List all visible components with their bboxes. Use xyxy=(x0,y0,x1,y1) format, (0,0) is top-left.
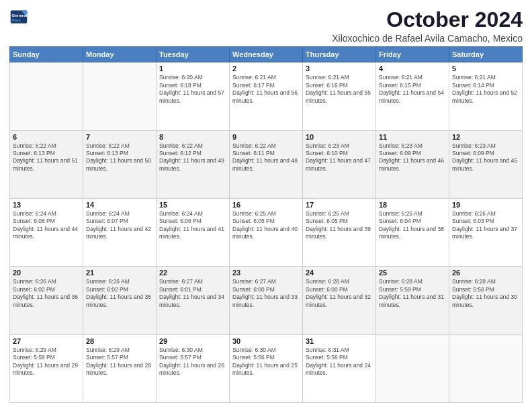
day-info: Sunrise: 6:26 AMSunset: 6:03 PMDaylight:… xyxy=(452,210,519,241)
day-info: Sunrise: 6:25 AMSunset: 6:05 PMDaylight:… xyxy=(232,210,300,241)
table-row xyxy=(83,62,157,130)
table-row xyxy=(449,334,523,402)
table-row: 1Sunrise: 6:20 AMSunset: 6:18 PMDaylight… xyxy=(157,62,230,130)
day-info: Sunrise: 6:25 AMSunset: 6:05 PMDaylight:… xyxy=(306,210,373,241)
day-number: 11 xyxy=(379,133,446,141)
day-info: Sunrise: 6:28 AMSunset: 6:00 PMDaylight:… xyxy=(306,278,373,309)
day-info: Sunrise: 6:27 AMSunset: 6:00 PMDaylight:… xyxy=(232,278,300,309)
table-row: 12Sunrise: 6:23 AMSunset: 6:09 PMDayligh… xyxy=(449,130,523,198)
day-info: Sunrise: 6:22 AMSunset: 6:13 PMDaylight:… xyxy=(86,142,153,173)
day-number: 4 xyxy=(379,64,446,73)
day-number: 1 xyxy=(159,64,226,73)
table-row: 14Sunrise: 6:24 AMSunset: 6:07 PMDayligh… xyxy=(83,198,157,266)
table-row: 28Sunrise: 6:29 AMSunset: 5:57 PMDayligh… xyxy=(83,334,157,402)
logo: General Blue xyxy=(9,8,28,27)
day-info: Sunrise: 6:30 AMSunset: 5:57 PMDaylight:… xyxy=(159,347,226,377)
day-number: 24 xyxy=(306,269,373,277)
page: General Blue October 2024 Xiloxochico de… xyxy=(0,0,532,411)
day-number: 30 xyxy=(232,337,300,345)
day-info: Sunrise: 6:21 AMSunset: 6:14 PMDaylight:… xyxy=(452,74,519,105)
day-info: Sunrise: 6:21 AMSunset: 6:15 PMDaylight:… xyxy=(379,74,446,105)
table-row xyxy=(376,334,449,402)
table-row: 11Sunrise: 6:23 AMSunset: 6:09 PMDayligh… xyxy=(376,130,449,198)
svg-text:General: General xyxy=(12,13,28,17)
table-row: 30Sunrise: 6:30 AMSunset: 5:56 PMDayligh… xyxy=(230,334,303,402)
logo-icon: General Blue xyxy=(9,8,28,27)
table-row: 25Sunrise: 6:28 AMSunset: 5:59 PMDayligh… xyxy=(376,267,449,334)
table-row: 13Sunrise: 6:24 AMSunset: 6:08 PMDayligh… xyxy=(10,198,83,266)
svg-text:Blue: Blue xyxy=(12,17,21,22)
day-number: 6 xyxy=(13,133,80,141)
calendar-week-row: 20Sunrise: 6:26 AMSunset: 6:02 PMDayligh… xyxy=(10,267,523,334)
table-row: 26Sunrise: 6:28 AMSunset: 5:58 PMDayligh… xyxy=(449,267,523,334)
table-row: 31Sunrise: 6:31 AMSunset: 5:56 PMDayligh… xyxy=(303,334,376,402)
day-number: 26 xyxy=(452,269,519,277)
table-row: 2Sunrise: 6:21 AMSunset: 6:17 PMDaylight… xyxy=(230,62,303,130)
day-number: 12 xyxy=(452,133,519,141)
day-number: 31 xyxy=(306,337,373,345)
day-info: Sunrise: 6:28 AMSunset: 5:59 PMDaylight:… xyxy=(379,278,446,309)
day-info: Sunrise: 6:22 AMSunset: 6:13 PMDaylight:… xyxy=(13,142,80,173)
col-saturday: Saturday xyxy=(449,47,523,62)
day-info: Sunrise: 6:30 AMSunset: 5:56 PMDaylight:… xyxy=(232,347,300,377)
day-number: 15 xyxy=(159,201,226,209)
table-row: 5Sunrise: 6:21 AMSunset: 6:14 PMDaylight… xyxy=(449,62,523,130)
day-number: 9 xyxy=(232,133,300,141)
day-info: Sunrise: 6:23 AMSunset: 6:09 PMDaylight:… xyxy=(452,142,519,173)
day-info: Sunrise: 6:26 AMSunset: 6:02 PMDaylight:… xyxy=(86,278,153,309)
day-number: 13 xyxy=(13,201,80,209)
day-number: 5 xyxy=(452,64,519,73)
table-row xyxy=(10,62,83,130)
day-number: 16 xyxy=(232,201,300,209)
table-row: 17Sunrise: 6:25 AMSunset: 6:05 PMDayligh… xyxy=(303,198,376,266)
header: General Blue October 2024 Xiloxochico de… xyxy=(9,8,523,44)
calendar-week-row: 1Sunrise: 6:20 AMSunset: 6:18 PMDaylight… xyxy=(10,62,523,130)
table-row: 18Sunrise: 6:25 AMSunset: 6:04 PMDayligh… xyxy=(376,198,449,266)
table-row: 19Sunrise: 6:26 AMSunset: 6:03 PMDayligh… xyxy=(449,198,523,266)
day-info: Sunrise: 6:27 AMSunset: 6:01 PMDaylight:… xyxy=(159,278,226,309)
table-row: 9Sunrise: 6:22 AMSunset: 6:11 PMDaylight… xyxy=(230,130,303,198)
day-info: Sunrise: 6:31 AMSunset: 5:56 PMDaylight:… xyxy=(306,347,373,377)
table-row: 3Sunrise: 6:21 AMSunset: 6:16 PMDaylight… xyxy=(303,62,376,130)
day-number: 7 xyxy=(86,133,153,141)
day-info: Sunrise: 6:23 AMSunset: 6:09 PMDaylight:… xyxy=(379,142,446,173)
day-info: Sunrise: 6:29 AMSunset: 5:57 PMDaylight:… xyxy=(86,347,153,377)
day-info: Sunrise: 6:28 AMSunset: 5:58 PMDaylight:… xyxy=(452,278,519,309)
table-row: 24Sunrise: 6:28 AMSunset: 6:00 PMDayligh… xyxy=(303,267,376,334)
table-row: 8Sunrise: 6:22 AMSunset: 6:12 PMDaylight… xyxy=(157,130,230,198)
table-row: 4Sunrise: 6:21 AMSunset: 6:15 PMDaylight… xyxy=(376,62,449,130)
table-row: 27Sunrise: 6:29 AMSunset: 5:58 PMDayligh… xyxy=(10,334,83,402)
day-info: Sunrise: 6:20 AMSunset: 6:18 PMDaylight:… xyxy=(159,74,226,105)
day-info: Sunrise: 6:22 AMSunset: 6:12 PMDaylight:… xyxy=(159,142,226,173)
day-number: 29 xyxy=(159,337,226,345)
calendar-week-row: 6Sunrise: 6:22 AMSunset: 6:13 PMDaylight… xyxy=(10,130,523,198)
day-number: 14 xyxy=(86,201,153,209)
table-row: 21Sunrise: 6:26 AMSunset: 6:02 PMDayligh… xyxy=(83,267,157,334)
title-block: October 2024 Xiloxochico de Rafael Avila… xyxy=(332,8,523,44)
day-number: 28 xyxy=(86,337,153,345)
calendar-week-row: 13Sunrise: 6:24 AMSunset: 6:08 PMDayligh… xyxy=(10,198,523,266)
day-number: 18 xyxy=(379,201,446,209)
day-info: Sunrise: 6:22 AMSunset: 6:11 PMDaylight:… xyxy=(232,142,300,173)
table-row: 23Sunrise: 6:27 AMSunset: 6:00 PMDayligh… xyxy=(230,267,303,334)
table-row: 6Sunrise: 6:22 AMSunset: 6:13 PMDaylight… xyxy=(10,130,83,198)
col-monday: Monday xyxy=(83,47,157,62)
table-row: 29Sunrise: 6:30 AMSunset: 5:57 PMDayligh… xyxy=(157,334,230,402)
day-number: 19 xyxy=(452,201,519,209)
calendar-week-row: 27Sunrise: 6:29 AMSunset: 5:58 PMDayligh… xyxy=(10,334,523,402)
day-info: Sunrise: 6:21 AMSunset: 6:17 PMDaylight:… xyxy=(232,74,300,105)
day-number: 27 xyxy=(13,337,80,345)
col-tuesday: Tuesday xyxy=(157,47,230,62)
col-wednesday: Wednesday xyxy=(230,47,303,62)
day-number: 20 xyxy=(13,269,80,277)
day-info: Sunrise: 6:24 AMSunset: 6:07 PMDaylight:… xyxy=(86,210,153,241)
day-number: 25 xyxy=(379,269,446,277)
day-number: 21 xyxy=(86,269,153,277)
table-row: 22Sunrise: 6:27 AMSunset: 6:01 PMDayligh… xyxy=(157,267,230,334)
day-info: Sunrise: 6:26 AMSunset: 6:02 PMDaylight:… xyxy=(13,278,80,309)
day-info: Sunrise: 6:25 AMSunset: 6:04 PMDaylight:… xyxy=(379,210,446,241)
day-number: 10 xyxy=(306,133,373,141)
day-number: 23 xyxy=(232,269,300,277)
day-number: 8 xyxy=(159,133,226,141)
col-thursday: Thursday xyxy=(303,47,376,62)
